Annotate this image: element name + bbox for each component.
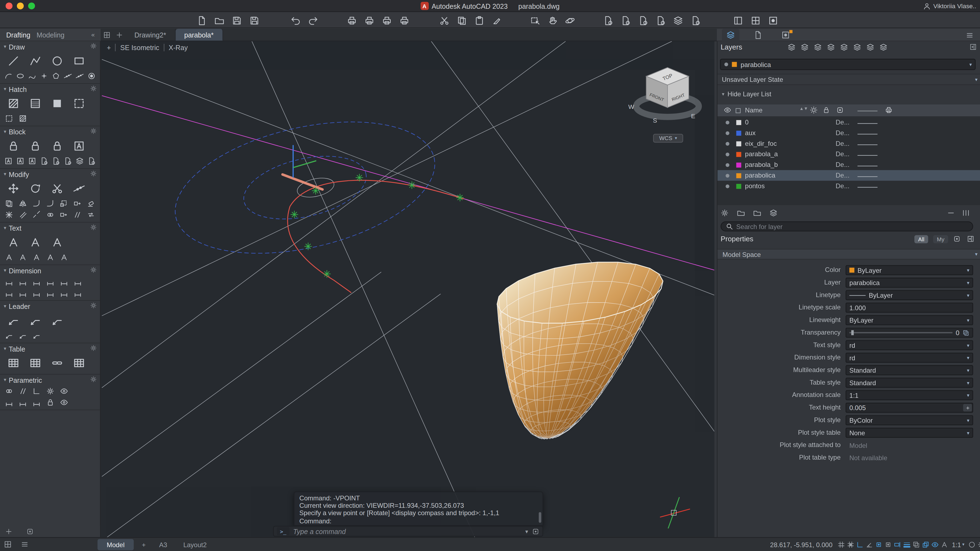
section-settings-gear-icon[interactable] [90, 42, 97, 49]
layer-search-input[interactable] [737, 223, 968, 230]
section-settings-gear-icon[interactable] [90, 302, 97, 309]
adjust-xref-tool-icon[interactable] [64, 156, 72, 166]
clip-reference-icon[interactable] [619, 14, 632, 27]
property-value-text-style[interactable]: rd▾ [846, 340, 973, 350]
layer-color-swatch[interactable] [737, 142, 741, 147]
align-tool-icon[interactable] [72, 210, 83, 220]
property-value-color[interactable]: ByLayer▾ [846, 265, 973, 275]
collect-leaders-tool-icon[interactable] [18, 330, 28, 340]
section-settings-gear-icon[interactable] [90, 85, 97, 92]
hide-layer-list-toggle[interactable]: ▾ Hide Layer List [722, 90, 772, 97]
dock-panel-icon[interactable] [969, 43, 977, 51]
attach-xref-tool-icon[interactable] [40, 156, 48, 166]
data-link-tool-icon[interactable] [48, 355, 67, 371]
user-account[interactable]: Viktoriia Vlase.. [923, 0, 977, 12]
annotation-scale-button[interactable]: 1:1▾ [952, 541, 964, 548]
sort-icon[interactable]: ▲▼ [799, 107, 808, 111]
layers-panel-tab[interactable] [722, 29, 740, 41]
design-center-icon[interactable] [749, 14, 762, 27]
scale-text-tool-icon[interactable] [45, 252, 56, 262]
sync-attributes-tool-icon[interactable] [16, 156, 24, 166]
layer-settings-icon[interactable] [721, 209, 729, 217]
lineweight-column-icon[interactable] [836, 107, 843, 114]
object-snap-tracking-toggle[interactable] [884, 540, 892, 549]
section-settings-gear-icon[interactable] [90, 266, 97, 273]
chamfer-tool-icon[interactable] [45, 198, 56, 209]
layout-tab-layout2[interactable]: Layout2 [179, 539, 212, 550]
remove-leader-tool-icon[interactable] [48, 312, 67, 329]
layer-row-parabolica[interactable]: parabolicaDe... [718, 170, 980, 181]
pan-icon[interactable] [546, 14, 558, 27]
isolate-layer-icon[interactable] [880, 43, 888, 51]
match-layer-icon[interactable] [840, 43, 848, 51]
ortho-mode-toggle[interactable] [856, 540, 864, 549]
stretch-tool-icon[interactable] [72, 198, 83, 209]
selection-window-icon[interactable] [528, 14, 541, 27]
define-attributes-tool-icon[interactable] [70, 138, 88, 154]
linear-tool-icon[interactable] [4, 276, 14, 287]
model-space-viewport[interactable]: WSETOPFRONTRIGHT + SE Isometric X-Ray WC… [100, 41, 714, 537]
layer-row-0[interactable]: 0De... [718, 117, 980, 127]
layer-on-dot[interactable] [726, 142, 730, 146]
ordinate-tool-icon[interactable] [4, 288, 14, 298]
layer-row-pontos[interactable]: pontosDe... [718, 181, 980, 191]
text-style-tool-icon[interactable] [4, 252, 14, 262]
property-value-plot-style-table[interactable]: None▾ [846, 428, 973, 438]
viewcube[interactable]: WSETOPFRONTRIGHT [628, 68, 699, 124]
layer-color-swatch[interactable] [737, 173, 741, 178]
section-settings-gear-icon[interactable] [90, 170, 97, 177]
diameter-tool-icon[interactable] [72, 276, 83, 287]
tab-overview-icon[interactable] [100, 29, 113, 40]
layer-color-swatch[interactable] [737, 184, 741, 189]
visibility-column-icon[interactable] [724, 107, 731, 114]
manage-attributes-tool-icon[interactable] [4, 156, 13, 166]
layer-on-dot[interactable] [726, 163, 730, 167]
color-column-icon[interactable] [735, 108, 740, 113]
batch-plot-icon[interactable] [398, 14, 411, 27]
transparency-slider[interactable] [849, 332, 953, 333]
annotation-visibility-toggle[interactable] [931, 540, 939, 549]
layer-color-swatch[interactable] [737, 131, 741, 136]
zoom-window-button[interactable] [28, 2, 35, 9]
add-leader-tool-icon[interactable] [26, 312, 45, 329]
layer-row-eix_dir_foc[interactable]: eix_dir_focDe... [718, 138, 980, 149]
transparency-icon[interactable] [963, 329, 969, 336]
hide-constraints-tool-icon[interactable] [59, 397, 70, 407]
multileader-tool-icon[interactable] [4, 312, 23, 329]
reverse-tool-icon[interactable] [86, 210, 97, 220]
edit-attribute-tool-icon[interactable] [28, 156, 37, 166]
recent-commands-icon[interactable]: ▾ [525, 528, 528, 534]
layer-row-parabola_b[interactable]: parabola_bDe... [718, 159, 980, 170]
layer-color-swatch[interactable] [737, 120, 741, 125]
object-snap-toggle[interactable] [875, 540, 882, 549]
multiline-text-tool-icon[interactable] [4, 234, 23, 251]
add-tool-icon[interactable] [5, 528, 12, 535]
arc-tool-icon[interactable] [4, 70, 13, 81]
new-file-icon[interactable] [195, 14, 208, 27]
panel-menu-icon[interactable] [961, 29, 978, 41]
layer-on-dot[interactable] [726, 174, 730, 178]
lengthen-tool-icon[interactable] [59, 210, 69, 220]
delete-layer-icon[interactable] [814, 43, 822, 51]
visual-style-control[interactable]: X-Ray [164, 44, 192, 51]
continue-tool-icon[interactable] [45, 288, 56, 298]
merge-layer-icon[interactable] [866, 43, 875, 51]
section-settings-gear-icon[interactable] [90, 127, 97, 134]
clip-xref-tool-icon[interactable] [52, 156, 60, 166]
lock-column-icon[interactable] [822, 107, 830, 114]
layer-color-swatch[interactable] [737, 162, 741, 167]
sheet-sets-panel-tab[interactable] [749, 29, 767, 41]
file-tab-Drawing2[interactable]: Drawing2* [126, 29, 175, 40]
tool-palettes-icon[interactable] [731, 14, 744, 27]
layer-row-aux[interactable]: auxDe... [718, 127, 980, 138]
property-value-annotation-scale[interactable]: 1:1▾ [846, 390, 973, 400]
single-line-text-tool-icon[interactable] [26, 234, 45, 251]
boundary-tool-icon[interactable] [70, 95, 88, 112]
array-rect-tool-icon[interactable] [70, 180, 88, 197]
quick-select-icon[interactable] [953, 235, 961, 242]
xline-tool-icon[interactable] [64, 70, 72, 81]
baseline-tool-icon[interactable] [31, 288, 42, 298]
property-value-text-height[interactable]: 0.005 [846, 403, 973, 413]
move-tool-icon[interactable] [4, 180, 23, 197]
perpendicular-tool-icon[interactable] [31, 386, 42, 396]
